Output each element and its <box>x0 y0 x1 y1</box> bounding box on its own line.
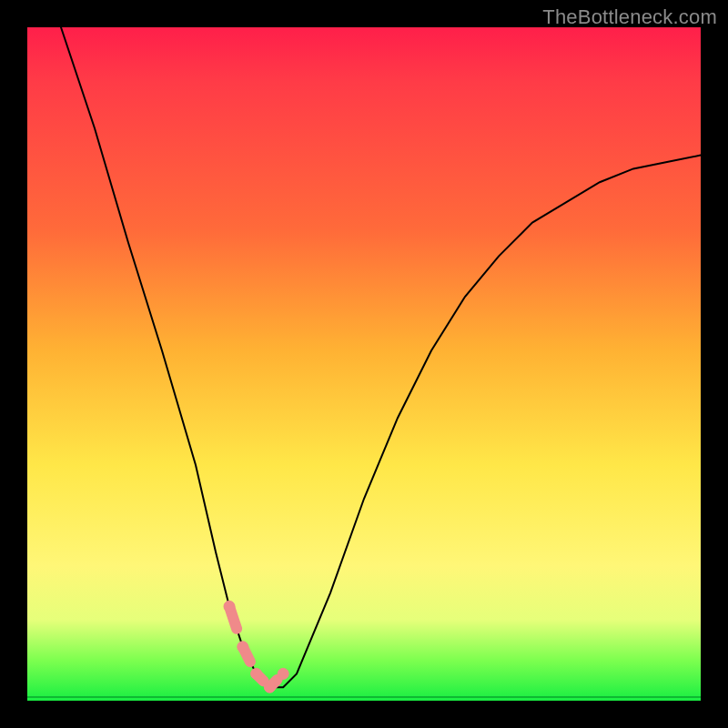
highlight-dot <box>224 601 235 612</box>
plot-area <box>27 27 701 701</box>
chart-svg <box>27 27 701 701</box>
chart-frame: TheBottleneck.com <box>0 0 728 728</box>
highlight-dot <box>278 668 288 679</box>
highlight-dot <box>251 668 262 679</box>
optimal-region-marker <box>224 601 288 693</box>
highlight-dot <box>238 642 248 652</box>
watermark-label: TheBottleneck.com <box>542 5 717 29</box>
highlight-dot <box>264 682 275 693</box>
bottleneck-curve <box>61 27 701 687</box>
